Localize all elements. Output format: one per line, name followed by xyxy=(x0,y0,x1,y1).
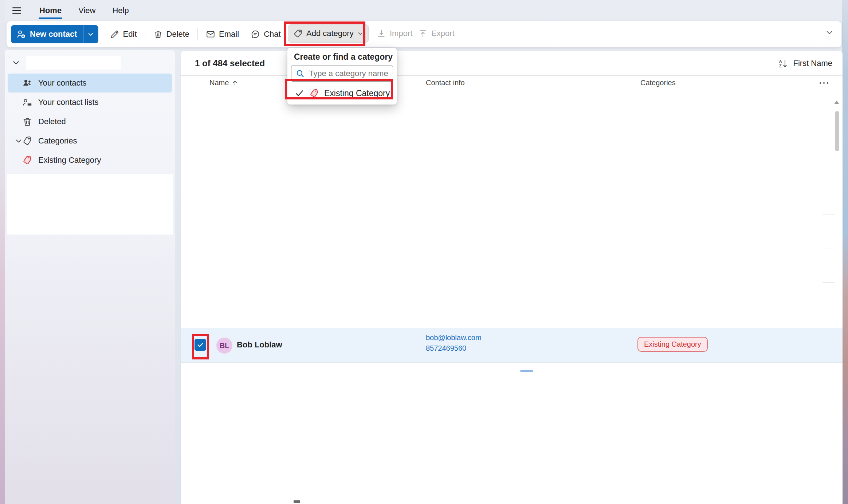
hamburger-menu-icon[interactable] xyxy=(9,3,25,18)
sidebar-item-label: Existing Category xyxy=(38,155,101,165)
toolbar: New contact Edit Delete Email Chat C xyxy=(7,21,841,47)
contact-phone-link[interactable]: 8572469560 xyxy=(426,344,482,353)
selection-status: 1 of 484 selected xyxy=(195,58,265,68)
sidebar-item-your-contact-lists[interactable]: Your contact lists xyxy=(8,93,172,112)
tag-icon-red xyxy=(22,155,32,165)
sidebar-item-label: Categories xyxy=(38,136,77,146)
row-separator xyxy=(823,112,835,112)
delete-button[interactable]: Delete xyxy=(148,25,196,43)
more-options-icon[interactable] xyxy=(818,80,829,86)
sort-letter-z: Z xyxy=(779,64,782,68)
dropdown-title: Create or find a category xyxy=(294,52,393,62)
account-name-redacted xyxy=(26,56,121,70)
add-category-button[interactable]: Add category xyxy=(288,24,369,43)
toolbar-divider xyxy=(458,28,458,40)
new-contact-dropdown-arrow[interactable] xyxy=(83,25,98,43)
person-add-icon xyxy=(16,29,26,39)
pencil-icon xyxy=(110,29,119,39)
people-icon xyxy=(22,78,32,88)
dropdown-item-label: Existing Category xyxy=(324,88,390,98)
row-separator xyxy=(823,282,835,283)
sort-az-icon: AZ xyxy=(778,58,789,68)
sort-ascending-arrow-icon xyxy=(232,80,238,86)
row-separator xyxy=(823,214,835,214)
new-contact-button[interactable]: New contact xyxy=(11,25,98,43)
import-label: Import xyxy=(390,29,412,38)
chat-bubble-icon xyxy=(251,29,260,39)
search-icon xyxy=(295,69,305,78)
row-separator xyxy=(823,180,835,180)
sort-letter-a: A xyxy=(779,59,782,63)
page-bottom-artifact xyxy=(294,500,300,503)
row-checkbox-checked[interactable] xyxy=(195,339,206,351)
sidebar-item-label: Your contact lists xyxy=(38,98,99,107)
collapse-chevron-icon[interactable] xyxy=(12,59,20,67)
category-search-input[interactable] xyxy=(291,66,393,82)
sidebar-item-deleted[interactable]: Deleted xyxy=(8,112,172,131)
row-separator xyxy=(823,248,835,248)
tab-view[interactable]: View xyxy=(76,4,98,17)
menu-bar: Home View Help xyxy=(9,2,131,19)
edit-button[interactable]: Edit xyxy=(104,25,143,43)
sort-control[interactable]: AZ First Name xyxy=(778,58,832,68)
edit-label: Edit xyxy=(123,29,137,39)
tag-icon xyxy=(22,136,32,146)
trash-icon xyxy=(153,29,163,39)
tab-help[interactable]: Help xyxy=(110,4,131,17)
import-icon xyxy=(377,29,386,38)
chevron-down-icon[interactable] xyxy=(15,137,22,145)
delete-label: Delete xyxy=(166,29,190,39)
column-header-categories[interactable]: Categories xyxy=(640,79,676,87)
scrollbar-thumb[interactable] xyxy=(835,111,839,151)
toolbar-divider xyxy=(145,28,145,40)
contact-list-icon xyxy=(22,97,32,107)
sidebar: Your contacts Your contact lists Deleted… xyxy=(5,50,175,504)
new-contact-label: New contact xyxy=(30,29,77,39)
checkmark-icon xyxy=(295,88,304,98)
contact-name: Bob Loblaw xyxy=(237,340,282,350)
sidebar-item-label: Deleted xyxy=(38,117,66,126)
loading-indicator xyxy=(520,370,533,372)
sidebar-item-categories[interactable]: Categories xyxy=(8,131,172,150)
sidebar-item-existing-category[interactable]: Existing Category xyxy=(8,151,172,170)
envelope-icon xyxy=(206,29,215,39)
category-badge[interactable]: Existing Category xyxy=(637,337,708,352)
export-label: Export xyxy=(431,29,455,38)
chat-label: Chat xyxy=(264,29,280,39)
add-category-dropdown: Create or find a category Existing Categ… xyxy=(287,48,397,105)
sidebar-item-label: Your contacts xyxy=(38,78,87,88)
email-label: Email xyxy=(219,29,239,39)
sort-label: First Name xyxy=(793,59,832,68)
row-separator xyxy=(823,146,835,146)
chat-button[interactable]: Chat xyxy=(245,25,286,43)
contact-row-bob-loblaw[interactable]: BL Bob Loblaw bob@loblaw.com 8572469560 … xyxy=(181,328,843,363)
tag-icon xyxy=(293,29,303,38)
tab-home[interactable]: Home xyxy=(37,4,64,17)
contacts-panel: 1 of 484 selected AZ First Name Name Con… xyxy=(181,51,843,504)
add-category-label: Add category xyxy=(306,29,354,38)
contact-info-cell: bob@loblaw.com 8572469560 xyxy=(426,334,482,353)
scrollbar-up-arrow[interactable] xyxy=(834,101,839,104)
tag-icon-red xyxy=(309,88,319,98)
avatar: BL xyxy=(216,338,232,354)
chevron-down-icon xyxy=(357,31,363,36)
sidebar-redacted-block xyxy=(7,174,173,235)
column-header-row: Name Contact info Categories xyxy=(181,76,843,90)
export-icon xyxy=(418,29,428,38)
column-name-label: Name xyxy=(209,79,229,87)
toolbar-overflow-chevron[interactable] xyxy=(825,28,833,36)
trash-icon xyxy=(22,117,32,127)
export-button[interactable]: Export xyxy=(418,24,455,43)
column-header-contact-info[interactable]: Contact info xyxy=(426,79,465,87)
wallpaper-strip-left xyxy=(0,0,5,504)
column-header-name[interactable]: Name xyxy=(209,79,238,87)
import-button[interactable]: Import xyxy=(377,24,412,43)
email-button[interactable]: Email xyxy=(200,25,245,43)
dropdown-item-existing-category[interactable]: Existing Category xyxy=(291,84,393,103)
sidebar-item-your-contacts[interactable]: Your contacts xyxy=(8,74,172,92)
wallpaper-strip-right xyxy=(842,0,848,504)
toolbar-divider xyxy=(197,28,198,40)
contact-email-link[interactable]: bob@loblaw.com xyxy=(426,334,482,342)
